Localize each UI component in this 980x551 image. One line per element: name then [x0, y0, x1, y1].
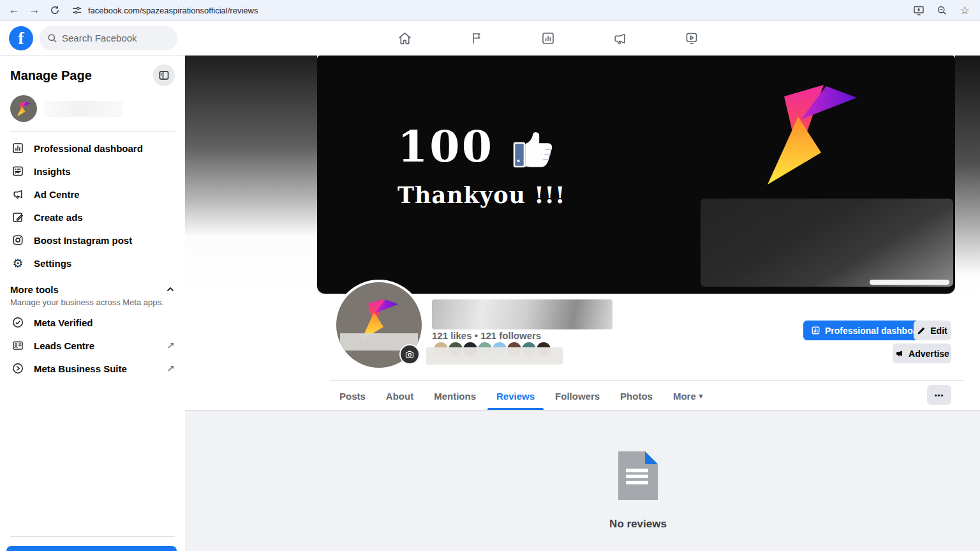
- button-label: Professional dashboard: [825, 326, 926, 336]
- sidebar-item-label: Ad Centre: [34, 189, 80, 200]
- video-icon: [684, 31, 699, 46]
- sidebar-item-label: Create ads: [34, 212, 83, 223]
- cover-message: 100 Thankyou !!!: [397, 125, 567, 208]
- page-title: Manage Page: [10, 68, 92, 83]
- page-content: 100 Thankyou !!!: [185, 56, 980, 551]
- page-overflow-menu-button[interactable]: •••: [927, 385, 951, 405]
- sidebar-item-insights[interactable]: Insights: [10, 160, 175, 183]
- chevron-up-icon: [166, 285, 175, 294]
- change-profile-picture-button[interactable]: [399, 344, 420, 365]
- search-box[interactable]: [40, 26, 177, 50]
- collapse-sidebar-button[interactable]: [153, 64, 175, 86]
- current-page-row[interactable]: [10, 95, 175, 122]
- tab-mentions[interactable]: Mentions: [424, 382, 486, 410]
- megaphone-icon: [895, 349, 904, 358]
- collapse-sidebar-icon: [158, 70, 170, 81]
- cover-ambient-right: [955, 56, 980, 294]
- redacted-strip: [870, 280, 949, 285]
- video-tab[interactable]: [677, 24, 706, 52]
- install-page-icon[interactable]: [910, 2, 928, 19]
- site-settings-icon[interactable]: [71, 5, 82, 16]
- divider: [330, 381, 963, 381]
- tab-label: Followers: [555, 391, 600, 402]
- tab-posts[interactable]: Posts: [329, 382, 376, 410]
- cover-subline: Thankyou !!!: [397, 182, 567, 208]
- sidebar-bottom-action-button[interactable]: [6, 546, 177, 551]
- tab-more[interactable]: More ▾: [663, 382, 713, 410]
- bookmark-star-icon[interactable]: ☆: [956, 2, 974, 19]
- browser-back-icon[interactable]: ←: [5, 2, 23, 19]
- manage-page-sidebar: Manage Page: [0, 56, 185, 551]
- thumbs-up-icon: [510, 125, 567, 172]
- external-link-icon: ↗: [167, 363, 175, 374]
- external-link-icon: ↗: [167, 340, 175, 351]
- facebook-logo[interactable]: f: [9, 26, 33, 50]
- tab-label: Mentions: [434, 391, 476, 402]
- browser-toolbar: ← → facebook.com/spazeaspirationsofficia…: [0, 0, 980, 21]
- sidebar-item-boost-instagram-post[interactable]: Boost Instagram post: [10, 229, 175, 252]
- more-tools-toggle[interactable]: More tools: [10, 281, 175, 298]
- tab-photos[interactable]: Photos: [610, 382, 663, 410]
- megaphone-icon: [10, 188, 26, 200]
- tab-followers[interactable]: Followers: [545, 382, 610, 410]
- tab-label: Posts: [339, 391, 366, 402]
- page-avatar-small: [10, 95, 37, 122]
- verified-badge-icon: [10, 316, 26, 329]
- no-reviews-text: No reviews: [568, 518, 708, 531]
- sidebar-item-create-ads[interactable]: Create ads: [10, 206, 175, 229]
- home-tab[interactable]: [390, 24, 419, 52]
- document-icon: [618, 451, 658, 500]
- sidebar-item-meta-business-suite[interactable]: Meta Business Suite ↗: [10, 357, 175, 380]
- divider: [10, 131, 175, 132]
- empty-state: No reviews: [568, 451, 708, 531]
- page-tabs: Posts About Mentions Reviews Followers P…: [329, 382, 713, 410]
- pages-tab[interactable]: [462, 24, 491, 52]
- button-label: Edit: [930, 326, 947, 336]
- sidebar-item-label: Meta Business Suite: [34, 363, 127, 374]
- gear-icon: ⚙: [10, 257, 26, 269]
- more-tools-subtitle: Manage your business across Meta apps.: [10, 298, 175, 307]
- dashboard-tab[interactable]: [533, 24, 563, 52]
- likes-followers-count[interactable]: 121 likes • 121 followers: [432, 330, 541, 341]
- tab-label: About: [386, 391, 413, 402]
- redacted-follower-names: [426, 347, 563, 365]
- home-icon: [397, 31, 413, 47]
- redacted-page-title: [432, 299, 612, 329]
- sidebar-item-label: Boost Instagram post: [34, 235, 132, 246]
- top-navigation: [390, 21, 706, 56]
- sidebar-item-professional-dashboard[interactable]: Professional dashboard: [10, 137, 175, 160]
- dashboard-chart-icon: [811, 326, 820, 335]
- button-label: Advertise: [909, 349, 949, 359]
- sidebar-item-label: Leads Centre: [34, 340, 94, 351]
- search-icon: [47, 33, 57, 43]
- sidebar-item-label: Insights: [34, 166, 71, 177]
- browser-forward-icon[interactable]: →: [26, 2, 43, 19]
- tab-label: More: [673, 391, 696, 402]
- browser-reload-icon[interactable]: [46, 2, 64, 19]
- cover-photo[interactable]: 100 Thankyou !!!: [317, 56, 955, 294]
- divider: [10, 536, 175, 537]
- sidebar-item-settings[interactable]: ⚙ Settings: [10, 252, 175, 275]
- caret-down-icon: ▾: [699, 392, 703, 400]
- sidebar-item-ad-centre[interactable]: Ad Centre: [10, 183, 175, 206]
- ads-tab[interactable]: [605, 24, 635, 52]
- url-text[interactable]: facebook.com/spazeaspirationsofficial/re…: [88, 6, 258, 15]
- sidebar-item-leads-centre[interactable]: Leads Centre ↗: [10, 334, 175, 357]
- sidebar-item-meta-verified[interactable]: Meta Verified: [10, 311, 175, 334]
- edit-button[interactable]: Edit: [914, 321, 951, 340]
- instagram-icon: [10, 234, 26, 246]
- camera-icon: [405, 351, 415, 359]
- tab-reviews[interactable]: Reviews: [486, 382, 545, 410]
- advertise-button[interactable]: Advertise: [893, 343, 951, 363]
- tab-about[interactable]: About: [376, 382, 424, 410]
- dashboard-chart-icon: [540, 31, 556, 46]
- spaze-logo: [762, 80, 858, 188]
- tab-label: Photos: [620, 391, 653, 402]
- spaze-logo: [17, 101, 31, 117]
- flag-icon: [469, 31, 484, 46]
- insights-icon: [10, 165, 26, 177]
- address-bar[interactable]: facebook.com/spazeaspirationsofficial/re…: [71, 5, 907, 16]
- sidebar-item-label: Meta Verified: [34, 317, 93, 328]
- zoom-icon[interactable]: [933, 2, 951, 19]
- search-input[interactable]: [62, 33, 158, 43]
